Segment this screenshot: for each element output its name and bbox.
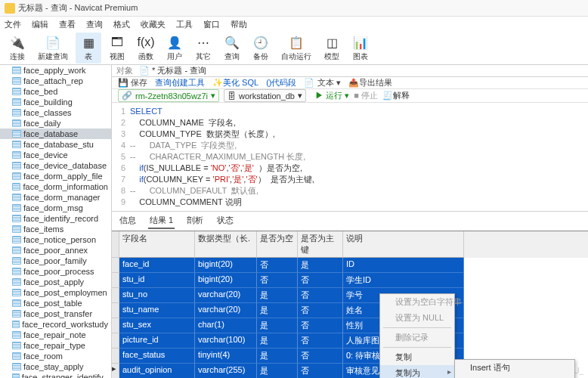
tree-item[interactable]: face_building [0,97,111,107]
tree-item[interactable]: face_apply_work [0,65,111,76]
tool-模型[interactable]: ◫模型 [319,33,345,64]
cm-copy[interactable]: 复制 [380,349,454,365]
tree-item[interactable]: face_notice_person [0,234,111,245]
tree-item[interactable]: face_poor_annex [0,245,111,256]
tree-item[interactable]: face_database_stu [0,139,111,150]
tab-status[interactable]: 状态 [215,213,235,229]
grid-row[interactable]: stu_sexchar(1)是否性别 [112,318,588,333]
tool-视图[interactable]: 🗔视图 [104,33,130,64]
query-toolbar[interactable]: 💾 保存 查询创建工具 ✨美化 SQL ()代码段 📄 文本 ▾ 📤导出结果 [112,77,588,89]
tree-item[interactable]: face_daily [0,118,111,129]
cm-copy-as[interactable]: 复制为 [380,365,454,378]
tree-item[interactable]: face_poor_family [0,256,111,266]
cm-delete-record[interactable]: 删除记录 [380,330,454,345]
tab-info[interactable]: 信息 [118,213,138,229]
tree-item[interactable]: face_post_table [0,298,111,308]
tool-函数[interactable]: f(x)函数 [133,33,159,64]
tree-item[interactable]: face_items [0,224,111,234]
text-mode[interactable]: 📄 文本 ▾ [304,77,340,88]
tree-item[interactable]: face_poor_process [0,266,111,277]
menu-item[interactable]: 文件 [5,19,21,30]
tool-其它[interactable]: ⋯其它 [190,33,216,64]
menu-item[interactable]: 查看 [59,19,76,30]
connection-bar[interactable]: 🔗 rm-2zetn83n05wz7i ▾ 🗄 workstation_db ▾… [112,89,588,103]
result-tabs[interactable]: 信息 结果 1 剖析 状态 [112,211,588,231]
export-results[interactable]: 📤导出结果 [348,77,392,88]
table-icon [12,77,21,85]
copy-as-submenu[interactable]: Insert 语句 Update 语句 制表符分隔值 (数据) 制表符分隔值 (… [454,359,575,378]
tool-查询[interactable]: 🔍查询 [219,33,245,64]
tab-profile[interactable]: 剖析 [185,213,205,229]
sql-editor[interactable]: 1SELECT2 COLUMN_NAME 字段名,3 COLUMN_TYPE 数… [112,103,588,211]
menubar[interactable]: 文件编辑查看查询格式收藏夹工具窗口帮助 [0,17,588,32]
result-grid[interactable]: 字段名数据类型（长.是否为空是否为主键说明face_idbigint(20)否是… [112,231,588,378]
tab-result[interactable]: 结果 1 [148,213,175,229]
tool-图表[interactable]: 📊图表 [348,33,373,64]
tool-备份[interactable]: 🕘备份 [248,33,274,64]
col-header[interactable]: 字段名 [119,231,195,258]
grid-row[interactable]: face_idbigint(20)否是ID [112,258,588,273]
window-title: 无标题 - 查询 - Navicat Premium [18,2,138,14]
grid-row[interactable]: picture_idvarchar(100)是否人脸库图片ID [112,333,588,349]
menu-item[interactable]: 收藏夹 [141,19,166,30]
tree-item[interactable]: face_stranger_identify_ [0,372,111,378]
grid-row[interactable]: stu_idbigint(20)否否学生ID [112,273,588,288]
beautify-sql-link[interactable]: ✨美化 SQL [212,77,258,88]
tree-item[interactable]: face_post_transfer [0,308,111,319]
context-menu[interactable]: 设置为空白字符串 设置为 NULL 删除记录 复制 复制为 粘贴 显示 Inse… [379,293,455,378]
menu-item[interactable]: 工具 [176,19,193,30]
col-header[interactable]: 是否为空 [257,231,298,258]
sm-insert[interactable]: Insert 语句 [455,360,574,376]
tree-item[interactable]: face_dorm_information [0,181,111,192]
tool-连接[interactable]: 🔌连接 [5,33,30,64]
tree-item[interactable]: face_classes [0,107,111,118]
tree-item[interactable]: face_device_database [0,160,111,171]
tree-item[interactable]: face_record_workstudy [0,319,111,330]
tree-item[interactable]: face_dorm_manager [0,192,111,203]
query-tab[interactable]: 📄 * 无标题 - 查询 [139,65,206,76]
save-button[interactable]: 💾 保存 [118,77,147,88]
object-tab[interactable]: 对象 [116,65,133,76]
tree-item[interactable]: face_attach_rep [0,76,111,86]
col-header[interactable]: 说明 [343,231,464,258]
col-header[interactable]: 是否为主键 [298,231,343,258]
tool-新建查询[interactable]: 📄新建查询 [33,33,73,64]
tree-item[interactable]: face_post_apply [0,277,111,287]
stop-button[interactable]: ■ 停止 [354,90,378,101]
menu-item[interactable]: 格式 [113,19,130,30]
menu-item[interactable]: 帮助 [231,19,247,30]
tree-item[interactable]: face_dorm_apply_file [0,171,111,181]
tree-item[interactable]: face_repair_type [0,340,111,351]
server-select[interactable]: 🔗 rm-2zetn83n05wz7i ▾ [118,89,219,102]
tree-item[interactable]: face_room [0,351,111,361]
menu-item[interactable]: 查询 [86,19,103,30]
explain-button[interactable]: 🧾解释 [382,90,410,101]
tree-item[interactable]: face_repair_note [0,330,111,340]
其它-icon: ⋯ [195,34,212,51]
tree-item[interactable]: face_database [0,129,111,139]
table-tree[interactable]: face_apply_workface_attach_repface_bedfa… [0,65,112,378]
query-builder-link[interactable]: 查询创建工具 [155,77,205,88]
tool-用户[interactable]: 👤用户 [162,33,187,64]
tree-item[interactable]: face_stay_apply [0,361,111,372]
col-header[interactable]: 数据类型（长. [195,231,257,258]
tool-表[interactable]: ▦表 [76,33,101,64]
snippet-link[interactable]: ()代码段 [266,77,296,88]
tree-item[interactable]: face_bed [0,86,111,97]
database-select[interactable]: 🗄 workstation_db ▾ [224,89,306,102]
table-icon [12,151,21,159]
grid-row[interactable]: stu_namevarchar(20)是否姓名 [112,303,588,318]
tool-自动运行[interactable]: 📋自动运行 [277,33,316,64]
tree-item[interactable]: face_dorm_msg [0,203,111,213]
tree-item[interactable]: face_device [0,150,111,160]
table-icon [12,321,20,328]
cm-set-null[interactable]: 设置为 NULL [380,310,454,326]
menu-item[interactable]: 窗口 [203,19,220,30]
menu-item[interactable]: 编辑 [32,19,48,30]
tree-item[interactable]: face_post_employmen [0,287,111,298]
tree-item[interactable]: face_identify_record [0,213,111,224]
editor-tabs[interactable]: 对象 📄 * 无标题 - 查询 [112,65,588,77]
run-button[interactable]: ▶ 运行 ▾ [315,90,349,101]
grid-row[interactable]: stu_novarchar(20)是否学号 [112,288,588,303]
cm-set-blank[interactable]: 设置为空白字符串 [380,294,454,310]
